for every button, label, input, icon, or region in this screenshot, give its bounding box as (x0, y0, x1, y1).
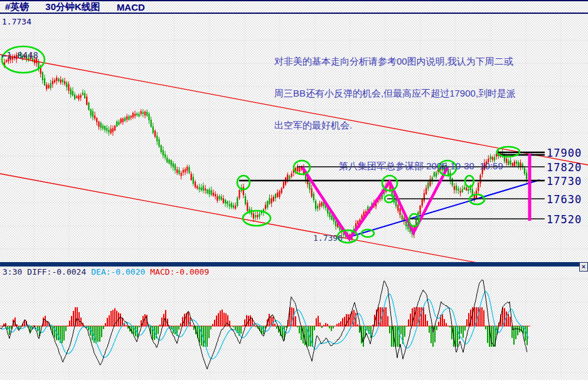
symbol-name[interactable]: #英镑 (5, 1, 29, 13)
chart-period-label[interactable]: 30分钟K线图 (45, 1, 100, 13)
high-price-label: ←1.8448 (1, 50, 38, 60)
chart-app-window: #英镑 30分钟K线图 MACD 1.7734 ←1.8448 1.7390 对… (0, 0, 588, 380)
price-level-label-17900: 17900 (547, 147, 582, 159)
macd-histogram (1, 307, 528, 347)
macd-time: 3:30 (3, 267, 22, 277)
price-level-label-17630: 17630 (547, 193, 582, 206)
analyst-annotation: 对非美的基本走向分析请参考00图内说明,我认为下周二或 周三BB还有小反弹的机会… (274, 34, 548, 193)
low-price-label: 1.7390 (313, 233, 343, 243)
price-level-label-17820: 17820 (547, 161, 582, 174)
current-price: 1.7734 (2, 17, 31, 26)
annotation-line: 出空军的最好机会. (274, 120, 548, 130)
indicator-label[interactable]: MACD (117, 2, 145, 13)
annotation-line: 周三BB还有小反弹的机会,但最高应不超过17900,到时是派 (274, 88, 548, 98)
macd-macd-value: MACD:-0.0009 (150, 267, 209, 277)
macd-dea-value: DEA:-0.0020 (91, 267, 145, 277)
price-level-label-17520: 17520 (547, 213, 582, 226)
macd-header: 3:30 DIFF:-0.0024 DEA:-0.0020 MACD:-0.00… (3, 267, 209, 277)
price-level-label-17730: 17730 (547, 175, 582, 187)
close-icon[interactable]: × (579, 262, 588, 272)
annotation-line: 对非美的基本走向分析请参考00图内说明,我认为下周二或 (274, 56, 548, 66)
panel-separator[interactable] (0, 262, 588, 267)
macd-diff-value: DIFF:-0.0024 (27, 267, 86, 277)
annotation-signature: 第八集团军总参谋部 2005-10-30 10:59 (274, 161, 548, 171)
title-bar: #英镑 30分钟K线图 MACD (0, 0, 588, 14)
